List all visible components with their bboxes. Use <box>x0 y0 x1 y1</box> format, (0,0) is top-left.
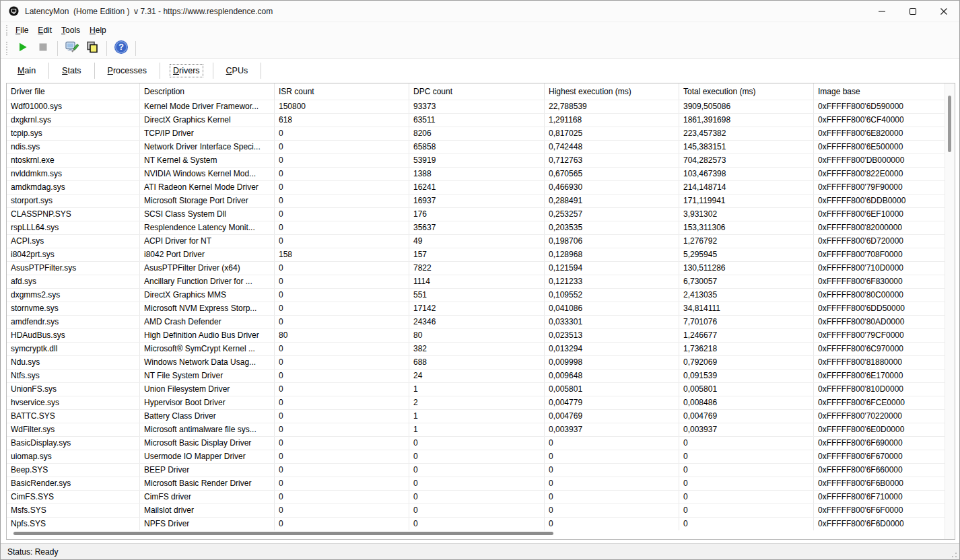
table-row[interactable]: afd.sysAncillary Function Driver for ...… <box>7 275 955 288</box>
table-cell: 0,817025 <box>544 127 679 140</box>
table-cell: Msfs.SYS <box>7 504 139 517</box>
table-row[interactable]: CLASSPNP.SYSSCSI Class System Dll01760,2… <box>7 207 955 221</box>
table-cell: storport.sys <box>7 195 139 207</box>
table-row[interactable]: Ntfs.sysNT File System Driver0240,009648… <box>7 369 955 382</box>
window-title: LatencyMon (Home Edition ) v 7.31 - http… <box>25 7 273 16</box>
maximize-button[interactable] <box>897 1 928 22</box>
svg-text:?: ? <box>118 42 124 52</box>
tab-main[interactable]: Main <box>6 63 47 78</box>
table-row[interactable]: i8042prt.sysi8042 Port Driver1581570,128… <box>7 248 955 261</box>
menu-edit[interactable]: Edit <box>33 24 57 36</box>
table-cell: 223,457382 <box>679 127 813 140</box>
table-row[interactable]: tcpip.sysTCP/IP Driver082060,817025223,4… <box>7 127 955 140</box>
table-row[interactable]: dxgmms2.sysDirectX Graphics MMS05510,109… <box>7 288 955 302</box>
tab-stats[interactable]: Stats <box>50 63 93 78</box>
table-row[interactable]: storport.sysMicrosoft Storage Port Drive… <box>7 194 955 207</box>
table-cell: i8042prt.sys <box>7 248 139 261</box>
table-row[interactable]: CimFS.SYSCimFS driver00000xFFFFF800'6F71… <box>7 490 955 503</box>
table-cell: 0 <box>274 302 409 315</box>
table-cell: 0 <box>274 410 409 423</box>
copy-report-button[interactable] <box>83 40 101 57</box>
column-header-driver-file[interactable]: Driver file <box>7 83 139 100</box>
table-row[interactable]: AsusPTPFilter.sysAsusPTPFilter Driver (x… <box>7 261 955 275</box>
table-cell: 0xFFFFF800'80AD0000 <box>813 316 955 328</box>
column-header-highest-execution-ms[interactable]: Highest execution (ms) <box>544 83 679 100</box>
table-cell: 16241 <box>409 181 544 194</box>
tab-processes[interactable]: Processes <box>96 63 158 78</box>
table-cell: Wdf01000.sys <box>7 100 139 113</box>
stop-monitor-button[interactable] <box>34 40 52 57</box>
table-cell: Ndu.sys <box>7 356 139 369</box>
table-cell: 53919 <box>409 154 544 167</box>
table-cell: 0xFFFFF800'810D0000 <box>813 383 955 396</box>
table-cell: Microsoft antimalware file sys... <box>139 423 274 436</box>
table-row[interactable]: uiomap.sysUsermode IO Mapper Driver00000… <box>7 450 955 463</box>
table-cell: 0xFFFFF800'6F660000 <box>813 464 955 477</box>
menu-help[interactable]: Help <box>85 24 111 36</box>
table-cell: 2 <box>409 396 544 409</box>
vertical-scrollbar[interactable] <box>945 83 955 539</box>
table-cell: 17142 <box>409 302 544 315</box>
table-cell: ATI Radeon Kernel Mode Driver <box>139 181 274 194</box>
table-cell: DirectX Graphics MMS <box>139 289 274 302</box>
tab-separator <box>94 63 95 79</box>
toolbar-separator <box>106 41 107 56</box>
tab-label: Drivers <box>170 64 203 77</box>
table-row[interactable]: nvlddmkm.sysNVIDIA Windows Kernel Mod...… <box>7 167 955 180</box>
start-monitor-button[interactable] <box>14 40 32 57</box>
table-row[interactable]: BasicRender.sysMicrosoft Basic Render Dr… <box>7 477 955 490</box>
tab-cpus[interactable]: CPUs <box>215 63 260 78</box>
table-row[interactable]: ndis.sysNetwork Driver Interface Speci..… <box>7 140 955 153</box>
table-cell: 0,041086 <box>544 302 679 315</box>
column-header-image-base[interactable]: Image base <box>813 83 955 100</box>
table-row[interactable]: BasicDisplay.sysMicrosoft Basic Display … <box>7 436 955 450</box>
table-cell: SCSI Class System Dll <box>139 208 274 221</box>
table-row[interactable]: ntoskrnl.exeNT Kernel & System0539190,71… <box>7 153 955 167</box>
table-row[interactable]: WdFilter.sysMicrosoft antimalware file s… <box>7 423 955 436</box>
table-cell: 3909,505086 <box>679 100 813 113</box>
resize-grip[interactable] <box>949 550 957 558</box>
tab-drivers[interactable]: Drivers <box>162 63 211 78</box>
minimize-icon <box>878 7 886 15</box>
table-cell: 0,009998 <box>544 356 679 369</box>
column-header-total-execution-ms[interactable]: Total execution (ms) <box>679 83 813 100</box>
table-row[interactable]: Msfs.SYSMailslot driver00000xFFFFF800'6F… <box>7 503 955 517</box>
column-header-dpc-count[interactable]: DPC count <box>409 83 544 100</box>
table-row[interactable]: Wdf01000.sysKernel Mode Driver Framewor.… <box>7 100 955 113</box>
table-cell: 93373 <box>409 100 544 113</box>
table-cell: 0xFFFFF800'6C970000 <box>813 343 955 355</box>
minimize-button[interactable] <box>866 1 897 22</box>
table-cell: 0 <box>544 464 679 477</box>
horizontal-scrollbar-thumb[interactable] <box>13 532 553 535</box>
table-row[interactable]: Beep.SYSBEEP Driver00000xFFFFF800'6F6600… <box>7 463 955 477</box>
table-row[interactable]: UnionFS.sysUnion Filesystem Driver010,00… <box>7 382 955 396</box>
column-header-description[interactable]: Description <box>139 83 274 100</box>
table-row[interactable]: rspLLL64.sysResplendence Latency Monit..… <box>7 221 955 234</box>
table-body: Wdf01000.sysKernel Mode Driver Framewor.… <box>7 100 955 530</box>
table-cell: 0xFFFFF800'6F6D0000 <box>813 518 955 530</box>
table-row[interactable]: amdfendr.sysAMD Crash Defender0243460,03… <box>7 315 955 328</box>
table-row[interactable]: BATTC.SYSBattery Class Driver010,0047690… <box>7 409 955 423</box>
table-row[interactable]: dxgkrnl.sysDirectX Graphics Kernel618635… <box>7 113 955 127</box>
table-cell: 0 <box>679 464 813 477</box>
table-cell: 0 <box>274 356 409 369</box>
table-cell: 65858 <box>409 141 544 153</box>
options-button[interactable] <box>63 40 81 57</box>
table-row[interactable]: HDAudBus.sysHigh Definition Audio Bus Dr… <box>7 328 955 342</box>
table-cell: 0 <box>544 450 679 463</box>
table-row[interactable]: amdkmdag.sysATI Radeon Kernel Mode Drive… <box>7 180 955 194</box>
vertical-scrollbar-thumb[interactable] <box>948 96 951 152</box>
menu-tools[interactable]: Tools <box>57 24 85 36</box>
table-cell: 551 <box>409 289 544 302</box>
table-row[interactable]: stornvme.sysMicrosoft NVM Express Storp.… <box>7 302 955 315</box>
table-row[interactable]: Npfs.SYSNPFS Driver00000xFFFFF800'6F6D00… <box>7 517 955 530</box>
menu-file[interactable]: File <box>11 24 33 36</box>
table-row[interactable]: hvservice.sysHypervisor Boot Driver020,0… <box>7 396 955 409</box>
table-row[interactable]: Ndu.sysWindows Network Data Usag...06880… <box>7 355 955 369</box>
table-cell: rspLLL64.sys <box>7 221 139 234</box>
table-row[interactable]: symcryptk.dllMicrosoft® SymCrypt Kernel … <box>7 342 955 355</box>
help-button[interactable]: ? <box>112 40 130 57</box>
table-row[interactable]: ACPI.sysACPI Driver for NT0490,1987061,2… <box>7 234 955 248</box>
column-header-isr-count[interactable]: ISR count <box>274 83 409 100</box>
close-button[interactable] <box>928 1 959 22</box>
